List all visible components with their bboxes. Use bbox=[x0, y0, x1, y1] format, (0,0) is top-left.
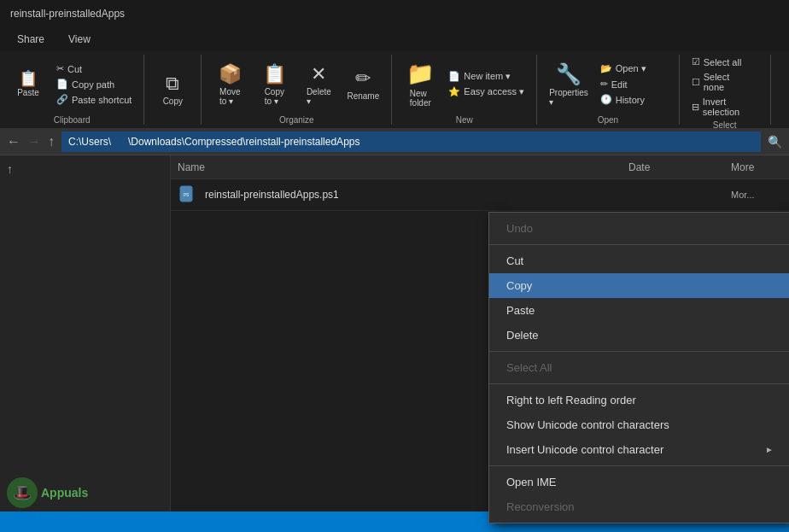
ctx-undo[interactable]: Undo bbox=[489, 216, 789, 241]
copy-path-icon: 📄 bbox=[56, 79, 68, 90]
select-all-label: Select all bbox=[704, 57, 742, 67]
rename-button[interactable]: ✏ Rename bbox=[342, 64, 384, 104]
delete-icon: ✕ bbox=[311, 63, 326, 85]
ctx-show-unicode[interactable]: Show Unicode control characters bbox=[489, 412, 789, 437]
ctx-select-all[interactable]: Select All bbox=[489, 355, 789, 380]
logo-text: Appuals bbox=[41, 486, 88, 500]
ctx-open-ime[interactable]: Open IME bbox=[489, 470, 789, 494]
easy-access-label: Easy access ▾ bbox=[464, 86, 524, 97]
file-list-header: Name Date More bbox=[171, 155, 789, 179]
title-bar: reinstall-preinstalledApps bbox=[0, 0, 789, 27]
ctx-separator-3 bbox=[489, 383, 789, 384]
copy-to-button[interactable]: 📋 Copyto ▾ bbox=[253, 60, 295, 109]
open-button[interactable]: 📂 Open ▾ bbox=[595, 61, 672, 76]
select-none-button[interactable]: ☐ Selectnone bbox=[687, 70, 763, 94]
paste-label: Paste bbox=[17, 88, 39, 97]
cut-button[interactable]: ✂ Cut bbox=[51, 61, 137, 76]
copy-label: Copy bbox=[163, 96, 183, 106]
copy-to-icon: 📋 bbox=[263, 63, 286, 85]
select-all-icon: ☑ bbox=[692, 56, 700, 67]
nav-up-chevron[interactable]: ↑ bbox=[7, 162, 13, 176]
ribbon-group-clipboard: 📋 Paste ✂ Cut 📄 Copy path 🔗 Paste shortc… bbox=[0, 55, 144, 125]
ribbon-group-new: 📁 Newfolder 📄 New item ▾ ⭐ Easy access ▾… bbox=[392, 55, 537, 125]
new-folder-icon: 📁 bbox=[406, 61, 434, 87]
ctx-delete[interactable]: Delete bbox=[489, 323, 789, 348]
history-button[interactable]: 🕐 History bbox=[595, 92, 672, 107]
tab-share[interactable]: Share bbox=[7, 30, 55, 49]
open-label: Open ▾ bbox=[616, 63, 646, 74]
history-label: History bbox=[616, 95, 645, 105]
ribbon-group-select: ☑ Select all ☐ Selectnone ⊟ Invertselect… bbox=[680, 55, 771, 125]
ctx-copy[interactable]: Copy bbox=[489, 273, 789, 298]
cut-label: Cut bbox=[67, 64, 82, 74]
copy-icon: ⧉ bbox=[166, 73, 179, 95]
properties-icon: 🔧 bbox=[556, 62, 582, 86]
col-date-header[interactable]: Date bbox=[628, 161, 731, 173]
title-text: reinstall-preinstalledApps bbox=[10, 8, 125, 20]
ctx-insert-unicode[interactable]: Insert Unicode control character ► bbox=[489, 437, 789, 462]
file-name: reinstall-preinstalledApps.ps1 bbox=[205, 189, 628, 201]
ctx-reconversion[interactable]: Reconversion bbox=[489, 494, 789, 519]
rename-icon: ✏ bbox=[355, 67, 371, 90]
col-more-header[interactable]: More bbox=[731, 161, 782, 173]
select-group-label: Select bbox=[713, 120, 737, 130]
edit-label: Edit bbox=[611, 79, 628, 90]
appuals-logo: 🎩 Appuals bbox=[7, 477, 88, 508]
paste-shortcut-icon: 🔗 bbox=[56, 94, 68, 105]
paste-shortcut-button[interactable]: 🔗 Paste shortcut bbox=[51, 92, 137, 107]
cut-icon: ✂ bbox=[56, 63, 64, 74]
paste-shortcut-label: Paste shortcut bbox=[72, 95, 132, 105]
paste-button[interactable]: 📋 Paste bbox=[7, 67, 50, 101]
select-none-icon: ☐ bbox=[692, 77, 700, 88]
address-input[interactable] bbox=[61, 132, 761, 152]
ribbon-content: 📋 Paste ✂ Cut 📄 Copy path 🔗 Paste shortc… bbox=[0, 51, 789, 128]
invert-icon: ⊟ bbox=[692, 102, 699, 113]
svg-text:PS: PS bbox=[184, 192, 190, 197]
table-row[interactable]: PS reinstall-preinstalledApps.ps1 Mor... bbox=[171, 179, 789, 211]
new-item-icon: 📄 bbox=[448, 71, 460, 82]
open-group-label: Open bbox=[598, 115, 618, 125]
search-icon[interactable]: 🔍 bbox=[768, 135, 782, 149]
ctx-separator-1 bbox=[489, 244, 789, 245]
easy-access-icon: ⭐ bbox=[448, 86, 460, 97]
copy-path-button[interactable]: 📄 Copy path bbox=[51, 77, 137, 91]
ctx-cut[interactable]: Cut bbox=[489, 248, 789, 273]
copy-button[interactable]: ⧉ Copy bbox=[151, 69, 194, 109]
ribbon-tabs: Share View bbox=[0, 27, 789, 51]
ctx-rtl[interactable]: Right to left Reading order bbox=[489, 388, 789, 412]
clipboard-group-label: Clipboard bbox=[54, 115, 91, 125]
nav-back-icon[interactable]: ← bbox=[7, 134, 20, 149]
ribbon-group-open: 🔧 Properties▾ 📂 Open ▾ ✏ Edit 🕐 History … bbox=[537, 55, 680, 125]
move-to-label: Moveto ▾ bbox=[219, 87, 240, 106]
submenu-arrow: ► bbox=[765, 445, 774, 454]
ribbon-group-copy: ⧉ Copy bbox=[144, 55, 202, 125]
new-item-button[interactable]: 📄 New item ▾ bbox=[443, 69, 529, 84]
nav-forward-icon[interactable]: → bbox=[27, 134, 41, 149]
edit-icon: ✏ bbox=[600, 79, 608, 90]
nav-up-icon[interactable]: ↑ bbox=[48, 134, 55, 149]
paste-icon: 📋 bbox=[19, 71, 38, 86]
ctx-separator-2 bbox=[489, 351, 789, 352]
invert-selection-button[interactable]: ⊟ Invertselection bbox=[687, 95, 763, 119]
open-icon: 📂 bbox=[600, 63, 612, 74]
file-icon: PS bbox=[178, 184, 198, 205]
properties-button[interactable]: 🔧 Properties▾ bbox=[544, 59, 593, 110]
copy-path-label: Copy path bbox=[72, 79, 114, 90]
properties-label: Properties▾ bbox=[549, 88, 588, 107]
col-name-header[interactable]: Name bbox=[178, 161, 628, 173]
delete-button[interactable]: ✕ Delete▾ bbox=[297, 60, 340, 109]
new-item-label: New item ▾ bbox=[464, 71, 511, 82]
file-nav-panel: ↑ bbox=[0, 155, 171, 512]
ctx-paste[interactable]: Paste bbox=[489, 298, 789, 323]
select-all-button[interactable]: ☑ Select all bbox=[687, 55, 763, 69]
move-to-icon: 📦 bbox=[219, 63, 242, 85]
select-none-label: Selectnone bbox=[704, 72, 730, 92]
tab-view[interactable]: View bbox=[58, 30, 101, 49]
edit-button[interactable]: ✏ Edit bbox=[595, 77, 672, 91]
file-more: Mor... bbox=[731, 190, 782, 200]
easy-access-button[interactable]: ⭐ Easy access ▾ bbox=[443, 85, 529, 99]
new-folder-button[interactable]: 📁 Newfolder bbox=[399, 57, 441, 111]
move-to-button[interactable]: 📦 Moveto ▾ bbox=[208, 60, 251, 109]
logo-icon: 🎩 bbox=[13, 483, 32, 502]
delete-label: Delete▾ bbox=[307, 87, 331, 106]
